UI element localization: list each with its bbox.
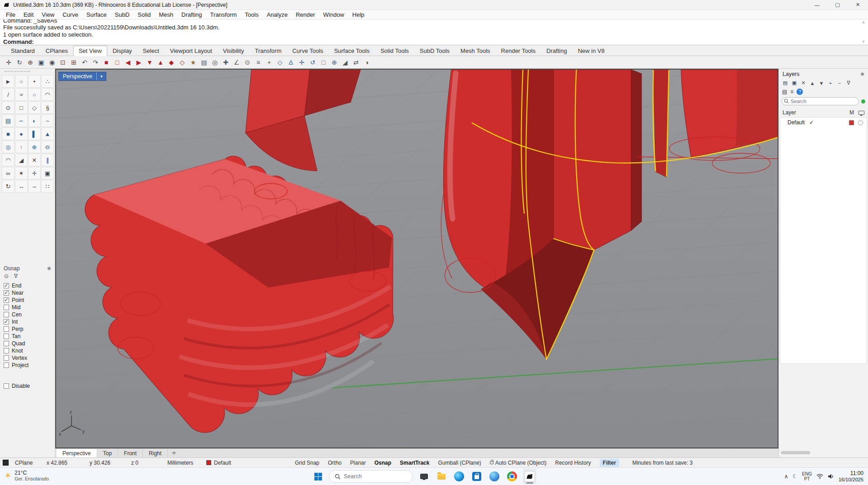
column-header-material[interactable]: M bbox=[849, 109, 859, 116]
osnap-option[interactable]: Perp bbox=[4, 325, 55, 333]
refresh-shade[interactable]: ◑ bbox=[362, 57, 372, 68]
toggle-ortho[interactable]: Ortho bbox=[328, 460, 342, 466]
scroll-down-icon[interactable]: ˅ bbox=[862, 39, 864, 44]
layers-search-input[interactable] bbox=[782, 97, 859, 105]
toolbar-tab[interactable]: Surface Tools bbox=[329, 46, 375, 56]
taskbar-app-file-explorer[interactable] bbox=[435, 469, 448, 484]
toolbar-tab[interactable]: Drafting bbox=[541, 46, 573, 56]
tray-expand-icon[interactable]: ∧ bbox=[784, 473, 788, 480]
mirror[interactable]: ⇔ bbox=[28, 180, 41, 193]
toolbar-tab[interactable]: Transform bbox=[249, 46, 287, 56]
menu-item[interactable]: Mesh bbox=[155, 11, 177, 19]
toggle-planar[interactable]: Planar bbox=[350, 460, 366, 466]
taskbar-app-chrome[interactable] bbox=[505, 469, 519, 484]
set-view-left[interactable]: ◀ bbox=[123, 57, 133, 68]
cplane-origin[interactable]: ✛ bbox=[297, 57, 307, 68]
chamfer[interactable]: ◢ bbox=[15, 154, 28, 166]
add-viewport-icon[interactable]: ✛ bbox=[168, 449, 180, 457]
osnap-disable-checkbox[interactable] bbox=[4, 383, 9, 389]
start-button[interactable] bbox=[311, 469, 325, 484]
maximize-button[interactable]: ▢ bbox=[827, 0, 848, 9]
layer-name[interactable]: Default bbox=[784, 119, 809, 126]
filter-layers[interactable]: ∇ bbox=[844, 79, 853, 87]
zoom-window[interactable]: ▣ bbox=[36, 57, 46, 68]
toggle-gumball[interactable]: Gumball (CPlane) bbox=[438, 460, 481, 466]
osnap-option[interactable]: Knot bbox=[4, 347, 55, 354]
menu-item[interactable]: Transform bbox=[206, 11, 241, 19]
set-view-isometric[interactable]: ◇ bbox=[177, 57, 187, 68]
viewport-tab[interactable]: Perspective bbox=[57, 449, 97, 457]
revolve[interactable]: ◐ bbox=[28, 114, 41, 127]
place-camera-target[interactable]: ◎ bbox=[210, 57, 220, 68]
toolbar-tab[interactable]: CPlanes bbox=[40, 46, 73, 56]
menu-item[interactable]: Drafting bbox=[177, 11, 206, 19]
set-view-right[interactable]: ▶ bbox=[134, 57, 144, 68]
status-layer-name[interactable]: Default bbox=[214, 460, 231, 466]
do-not-disturb-icon[interactable]: ☾ bbox=[793, 473, 798, 480]
set-view-perspective[interactable]: ◆ bbox=[166, 57, 176, 68]
ellipse[interactable]: ⊙ bbox=[2, 101, 14, 114]
layer-menu[interactable]: ≡ bbox=[790, 89, 793, 95]
taskbar-search-input[interactable] bbox=[344, 473, 398, 480]
toggle-osnap[interactable]: Osnap bbox=[375, 460, 391, 466]
set-view-top[interactable]: ■ bbox=[101, 57, 111, 68]
menu-item[interactable]: Render bbox=[292, 11, 319, 19]
zoom-selected[interactable]: ◉ bbox=[47, 57, 57, 68]
taskbar-app-edge[interactable] bbox=[452, 469, 466, 484]
set-view-bottom[interactable]: □ bbox=[112, 57, 122, 68]
taskbar-app-virtual-desktop[interactable] bbox=[417, 469, 431, 484]
sweep[interactable]: ~ bbox=[41, 114, 54, 127]
osnap-option[interactable]: Mid bbox=[4, 304, 55, 311]
redo-view-change[interactable]: ↷ bbox=[90, 57, 100, 68]
layer-table[interactable]: ▤ bbox=[782, 89, 787, 95]
osnap-checkbox[interactable] bbox=[4, 334, 9, 339]
status-cplane[interactable]: CPlane bbox=[15, 460, 47, 466]
command-scrollbar[interactable]: ˄ ˅ bbox=[860, 19, 867, 45]
osnap-checkbox[interactable] bbox=[4, 312, 9, 317]
cplane-world-top[interactable]: ∆ bbox=[286, 57, 296, 68]
set-view-front[interactable]: ▼ bbox=[145, 57, 155, 68]
osnap-option[interactable]: Point bbox=[4, 297, 55, 304]
explode[interactable]: ✶ bbox=[15, 167, 28, 179]
rotate-view[interactable]: ↻ bbox=[14, 57, 24, 68]
osnap-checkbox[interactable] bbox=[4, 363, 9, 368]
pan-view[interactable]: ✛ bbox=[4, 57, 14, 68]
cylinder[interactable]: ▌ bbox=[28, 127, 41, 140]
move-layer-down[interactable]: ▼ bbox=[817, 79, 825, 87]
layer-row[interactable]: Default ✓ bbox=[780, 118, 867, 127]
fillet-curve[interactable]: ◠ bbox=[2, 154, 14, 166]
surface-loft[interactable]: ∽ bbox=[15, 114, 28, 127]
polyline[interactable]: / bbox=[2, 88, 14, 101]
viewport-tab[interactable]: Front bbox=[118, 449, 143, 457]
menu-item[interactable]: File bbox=[2, 11, 19, 19]
osnap-gear-icon[interactable]: ✱ bbox=[47, 266, 51, 272]
notifications-icon[interactable] bbox=[3, 460, 9, 466]
zoom-extents[interactable]: ⊡ bbox=[58, 57, 68, 68]
cplane-rotate[interactable]: ↺ bbox=[308, 57, 318, 68]
taskbar-app-rhinoceros[interactable] bbox=[523, 469, 536, 484]
new-layer[interactable]: ▤ bbox=[781, 79, 789, 87]
osnap-option[interactable]: Tan bbox=[4, 333, 55, 340]
osnap-checkbox[interactable] bbox=[4, 290, 9, 296]
column-header-layer[interactable]: Layer bbox=[783, 109, 849, 116]
language-indicator[interactable]: ENG PT bbox=[802, 471, 812, 481]
delete-layer[interactable]: ✕ bbox=[799, 79, 807, 87]
toolbar-tab[interactable]: Mesh Tools bbox=[455, 46, 496, 56]
layer-material-icon[interactable] bbox=[858, 120, 863, 125]
cone[interactable]: ▲ bbox=[41, 127, 54, 140]
menu-item[interactable]: Edit bbox=[19, 11, 38, 19]
osnap-checkbox[interactable] bbox=[4, 341, 9, 346]
viewport-title[interactable]: Perspective ▼ bbox=[58, 72, 106, 81]
viewport-tab[interactable]: Right bbox=[143, 449, 168, 457]
camera-settings[interactable]: ▤ bbox=[199, 57, 209, 68]
zoom-1to1[interactable]: ⊙ bbox=[242, 57, 252, 68]
osnap-option[interactable]: Int bbox=[4, 318, 55, 325]
menu-item[interactable]: Help bbox=[348, 11, 369, 19]
osnap-checkbox[interactable] bbox=[4, 283, 9, 288]
new-viewport[interactable]: + bbox=[264, 57, 274, 68]
viewport-title-label[interactable]: Perspective bbox=[59, 72, 96, 80]
command-prompt[interactable]: Command: bbox=[3, 39, 34, 45]
split[interactable]: ∥ bbox=[41, 154, 54, 166]
current-layer-check-icon[interactable]: ✓ bbox=[809, 119, 823, 126]
menu-item[interactable]: Solid bbox=[133, 11, 155, 19]
